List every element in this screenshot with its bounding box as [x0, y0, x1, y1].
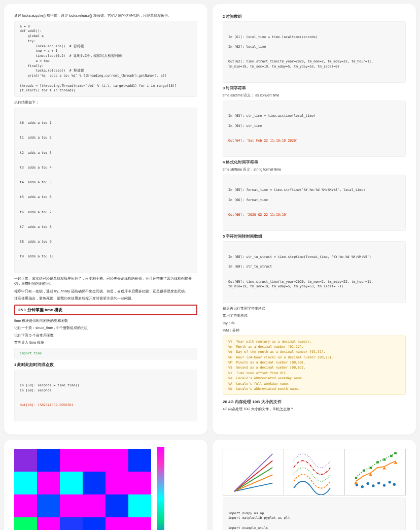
para5: 记住一个类：struct_time，9 个整数组成的元组: [14, 325, 197, 331]
mini-chart-lines: [223, 449, 284, 495]
page-grid: 通过 locka.acquire() 获得锁，通过 locka.release(…: [0, 0, 420, 530]
svg-rect-21: [383, 458, 386, 461]
heatmap-cell: [128, 449, 151, 472]
svg-point-11: [389, 481, 391, 483]
result-output: t0 adds a to: 1 t1 adds a to: 2 t2 adds …: [14, 108, 197, 273]
page-bottom-left: 0 1 2 3 4 5 6 matplotlib折线图 模块名称：example…: [4, 440, 207, 530]
sec3-title: 3 时间字符串: [223, 86, 406, 91]
mini-chart-cosines: [284, 449, 345, 495]
heatmap-cell: [128, 472, 151, 494]
mini-charts: [223, 449, 406, 495]
sec1-title: 1 此时此刻时间浮点数: [14, 362, 197, 368]
fmt-y: %y：年: [223, 321, 406, 326]
heatmap-cell: [14, 494, 37, 517]
sec26-p: 4G 内存处理 10G 大小的文件，单机怎么做？: [223, 407, 406, 412]
sec4-title: 4 格式化时间字符串: [223, 160, 406, 165]
heatmap-cell: [106, 472, 128, 494]
heatmap-cell: [83, 517, 106, 530]
code-lock-example: a = 0 def add1(): global a try: locka.ac…: [14, 21, 197, 97]
sec26-title: 26 4G 内存处理 10G 大小的文件: [223, 399, 406, 405]
sec2-title: 2 时间数组: [223, 14, 406, 19]
heatmap-figure: 0 1 2 3 4 5: [14, 447, 197, 530]
heatmap-cell: [106, 449, 128, 472]
svg-point-7: [366, 482, 369, 485]
page-top-right: 2 时间数组 In [61]: local_time = time.localt…: [213, 4, 416, 435]
heatmap-cell: [106, 517, 128, 530]
page-bottom-right: import numpy as np import matplotlib.pyp…: [213, 440, 416, 530]
svg-rect-22: [390, 455, 393, 457]
heatmap-grid: [14, 449, 151, 530]
heatmap-cell: [106, 494, 128, 517]
heatmap-cell: [60, 494, 83, 517]
para4: time 模块提供时间相关的类和函数: [14, 318, 197, 324]
heatmap-cell: [60, 472, 83, 494]
svg-line-1: [234, 475, 273, 491]
heatmap-cell: [37, 517, 60, 530]
svg-line-3: [234, 461, 273, 491]
heatmap-cell: [83, 449, 106, 472]
para2: 程序中只有一把锁，通过 try...finally 还能确保不发生死锁。但是，当…: [14, 289, 197, 294]
heatmap-cell: [14, 472, 37, 494]
code-import-time: import time: [14, 348, 197, 360]
heatmap-cell: [14, 449, 37, 472]
code-plot-script: import numpy as np import matplotlib.pyp…: [223, 498, 406, 530]
heatmap-cell: [83, 494, 106, 517]
heatmap-cell: [37, 494, 60, 517]
svg-rect-17: [355, 477, 358, 479]
heatmap-cell: [128, 494, 151, 517]
para7: 首先导入 time 模块: [14, 340, 197, 346]
sec5-title: 5 字符时间转时间数组: [223, 234, 406, 239]
fmt-m: %M：分钟: [223, 328, 406, 334]
heatmap-cell: [60, 517, 83, 530]
fmt-title: 最后再记住常用字符串格式: [223, 306, 406, 312]
code-sec3: In [63]: str_time = time.asctime(local_t…: [223, 101, 406, 157]
svg-rect-19: [370, 467, 372, 469]
page-top-left: 通过 locka.acquire() 获得锁，通过 locka.release(…: [4, 4, 207, 435]
sec3-note: time.asctime 语义： as convert time: [223, 93, 406, 98]
svg-rect-20: [376, 461, 379, 463]
svg-rect-18: [363, 470, 365, 472]
svg-point-6: [361, 485, 364, 488]
svg-point-12: [393, 483, 396, 486]
svg-rect-23: [394, 452, 397, 454]
heatmap-cell: [128, 517, 151, 530]
colorbar: [157, 447, 164, 530]
mini-chart-markers: [345, 449, 405, 495]
para3: 注意使用场合，避免死锁，是我们在使用多线程开发时需要注意的一些问题。: [14, 296, 197, 302]
code-sec5: In [68]: str_to_struct = time.strptime(f…: [223, 241, 406, 303]
code-sec2: In [61]: local_time = time.localtime(sec…: [223, 21, 406, 83]
result-label: 执行结果如下：: [14, 100, 197, 106]
heatmap-cell: [14, 517, 37, 530]
code-sec4: In [65]: format_time = time.strftime('%Y…: [223, 175, 406, 231]
para1: 一起正常。其实这已经是单线程顺序执行了，根本利不着。已经失去多线程的价值，并且还…: [14, 276, 197, 287]
svg-line-2: [234, 468, 273, 491]
section-25-title: 25 1 分钟掌握 time 模块: [14, 305, 197, 315]
svg-point-10: [383, 484, 386, 486]
heatmap-cell: [83, 472, 106, 494]
svg-point-8: [372, 484, 374, 487]
intro-text: 通过 locka.acquire() 获得锁，通过 locka.release(…: [14, 13, 197, 19]
heatmap-cell: [37, 472, 60, 494]
fmt-sub: 常用字符串格式: [223, 313, 406, 319]
heatmap-cell: [37, 449, 60, 472]
svg-marker-13: [354, 481, 358, 484]
svg-point-9: [377, 482, 380, 484]
heatmap-cell: [60, 449, 83, 472]
code-sec1: In [58]: seconds = time.time() In [60]: …: [14, 370, 197, 421]
sec4-note: time.strftime 语义：string format time: [223, 167, 406, 173]
format-codes-box: %Y Year with century as a decimal number…: [223, 336, 406, 395]
para6: 记住下面 5 个最常用函数: [14, 333, 197, 339]
svg-line-4: [234, 454, 273, 491]
